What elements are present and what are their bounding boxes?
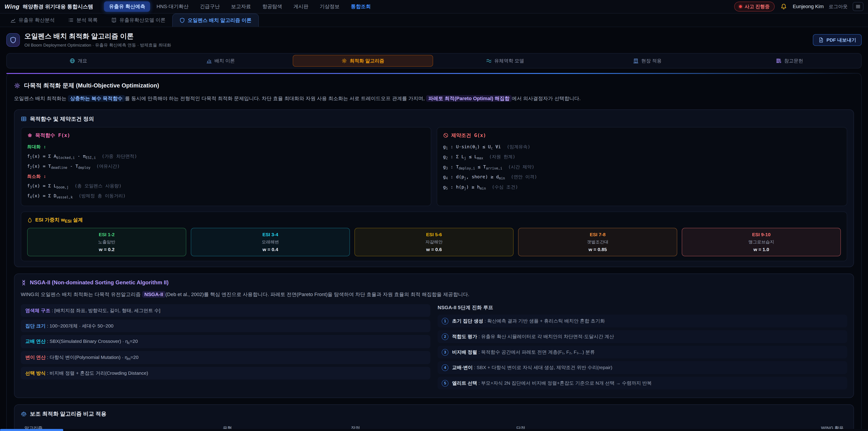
scale-icon (21, 411, 27, 417)
pdf-doc-icon (818, 37, 824, 43)
nav-item-aerial-search[interactable]: 항공탐색 (257, 1, 287, 12)
constraint-formula: g2 : Σ Lj ≤ Lmax (자원 한계) (443, 152, 841, 162)
section-tab-label: 최적화 알고리즘 (350, 58, 384, 64)
objective-formula: f2(x) = Tdeadline - Tdeploy (여유시간) (27, 161, 425, 172)
constraint-formula: g1 : U·sin(θi) ≤ Uc ∀i (임계유속) (443, 142, 841, 152)
nsga-loop-step: 5 엘리트 선택 : 부모+자식 2N 집단에서 비지배 정렬+혼잡도 기준으로… (438, 377, 847, 390)
tab-label: 유출유확산모델 이론 (119, 17, 165, 24)
minimize-label: 최소화 : (27, 172, 425, 181)
step-number-badge: 1 (442, 318, 448, 325)
step-number-badge: 3 (442, 349, 448, 356)
app-title: 해양환경 위기대응 통합시스템 (23, 3, 93, 10)
nav-item-board[interactable]: 게시판 (288, 1, 313, 12)
nsga-loop-step: 1 초기 집단 생성 : 확산예측 결과 기반 샘플 + 휴리스틱 배치안 혼합… (438, 315, 847, 328)
app-logo: Wing (4, 3, 20, 10)
esi-box-7-8: ESI 7-8 갯벌조간대 w = 0.85 (518, 228, 677, 256)
flower-icon (27, 133, 33, 138)
objective-formula: f3(x) = Σ Lboom,j (총 오일펜스 사용량) (27, 181, 425, 191)
top-nav: Wing 해양환경 위기대응 통합시스템 유출유 확산예측 HNS·대기확산 긴… (0, 0, 868, 13)
incident-badge-label: 사고 진행중 (745, 3, 770, 10)
alert-dot-icon (739, 5, 742, 8)
tab-analysis-list[interactable]: 분석 목록 (61, 13, 104, 27)
droplet-icon (27, 217, 33, 223)
section-tab-label: 참고문헌 (784, 58, 803, 64)
tab-label: 유출유 확산분석 (19, 17, 55, 24)
section-tab-deployment-theory[interactable]: 배치 이론 (150, 55, 291, 67)
nsga-intro: WING의 오일펜스 배치 최적화는 다목적 유전알고리즘 NSGA-II(De… (21, 290, 847, 299)
section-tab-hydrodynamic-model[interactable]: 유체역학 모델 (435, 55, 575, 67)
nsga-param-row: 교배 연산 : SBX(Simulated Binary Crossover) … (21, 335, 430, 348)
notifications-button[interactable] (780, 2, 788, 11)
section-tab-references[interactable]: 참고문헌 (719, 55, 860, 67)
nsga-parameters: 염색체 구조 : [배치지점 좌표, 방향각도, 길이, 형태, 세그먼트 수]… (21, 304, 430, 392)
step-number-badge: 4 (442, 364, 448, 371)
objective-panel-title: 목적함수 F(x) (27, 132, 425, 139)
content-panel: 다목적 최적화 문제 (Multi-Objective Optimization… (6, 73, 862, 431)
tab-boom-algorithm-theory[interactable]: 오일펜스 배치 알고리즘 이론 (172, 13, 258, 27)
list-icon (68, 18, 74, 23)
esi-weights-panel: ESI 가중치 wESI 설계 ESI 1-2 노출암반 w = 0.2 ESI… (21, 212, 847, 261)
section-heading-text: 다목적 최적화 문제 (Multi-Objective Optimization… (24, 82, 159, 90)
section-tab-label: 현장 적용 (641, 58, 662, 64)
pdf-export-label: PDF 내보내기 (827, 37, 856, 43)
card-title: 목적함수 및 제약조건 정의 (21, 115, 847, 123)
esi-box-1-2: ESI 1-2 노출암반 w = 0.2 (27, 228, 186, 256)
incident-status-badge[interactable]: 사고 진행중 (734, 2, 775, 11)
tab-label: 오일펜스 배치 알고리즘 이론 (188, 17, 251, 24)
nsga-loop-step: 3 비지배 정렬 : 목적함수 공간에서 파레토 전면 계층(F₁, F₂, F… (438, 346, 847, 359)
nsga-param-row: 변이 연산 : 다항식 변이(Polynomial Mutation) · ηm… (21, 351, 430, 364)
esi-box-5-6: ESI 5-6 자갈해안 w = 0.6 (354, 228, 514, 256)
constraint-formula: g4 : d(pj, shore) ≥ dmin (연안 이격) (443, 172, 841, 182)
nav-right: 사고 진행중 Eunjeong Kim 로그아웃 (734, 2, 864, 11)
page-title-block: 오일펜스 배치 최적화 알고리즘 이론 Oil Boom Deployment … (24, 32, 171, 48)
logout-link[interactable]: 로그아웃 (829, 3, 848, 10)
section-tab-label: 배치 이론 (215, 58, 235, 64)
nsga-card: NSGA-II (Non-dominated Sorting Genetic A… (14, 274, 854, 398)
nsga-card-title: NSGA-II (Non-dominated Sorting Genetic A… (21, 279, 847, 286)
book-icon (111, 18, 117, 23)
nav-item-integrated-search[interactable]: 통합조회 (346, 1, 376, 12)
wave-icon (486, 58, 492, 63)
section-tab-optimization-algorithm[interactable]: 최적화 알고리즘 (293, 55, 433, 67)
nav-item-oil-spill-prediction[interactable]: 유출유 확산예측 (104, 1, 150, 12)
pdf-export-button[interactable]: PDF 내보내기 (813, 34, 862, 46)
tab-spill-model-theory[interactable]: 유출유확산모델 이론 (104, 13, 172, 27)
section-tab-field-application[interactable]: 현장 적용 (577, 55, 717, 67)
ban-icon (443, 133, 448, 138)
nav-item-emergency-rescue[interactable]: 긴급구난 (195, 1, 225, 12)
nav-item-hns-dispersion[interactable]: HNS·대기확산 (151, 1, 193, 12)
hamburger-menu-button[interactable] (852, 2, 864, 11)
nav-item-weather[interactable]: 기상정보 (315, 1, 344, 12)
chart-icon (10, 18, 16, 23)
esi-box-3-4: ESI 3-4 모래해변 w = 0.4 (191, 228, 350, 256)
bell-icon (780, 3, 787, 10)
nav-item-reports[interactable]: 보고자료 (226, 1, 256, 12)
comparison-card-title: 보조 최적화 알고리즘 비교 적용 (21, 410, 847, 418)
tab-spill-analysis[interactable]: 유출유 확산분석 (4, 13, 61, 27)
nsga-evolution-loop: NSGA-II 5단계 진화 루프 1 초기 집단 생성 : 확산예측 결과 기… (438, 304, 847, 392)
esi-box-9-10: ESI 9-10 맹그로브습지 w = 1.0 (682, 228, 841, 256)
books-icon (776, 58, 781, 63)
section-tab-overview[interactable]: 개요 (8, 55, 149, 67)
building-icon (633, 58, 639, 63)
constraints-panel: 제약조건 G(x) g1 : U·sin(θi) ≤ Uc ∀i (임계유속) … (437, 127, 847, 206)
maximize-label: 최대화 : (27, 142, 425, 151)
esi-weight-row: ESI 1-2 노출암반 w = 0.2 ESI 3-4 모래해변 w = 0.… (27, 228, 841, 256)
tab-label: 분석 목록 (76, 17, 98, 24)
nsga-param-row: 염색체 구조 : [배치지점 좌표, 방향각도, 길이, 형태, 세그먼트 수] (21, 304, 430, 317)
objective-formula: f1(x) = Σ Ablocked,i · πESI,i (가중 차단면적) (27, 151, 425, 162)
globe-icon (70, 58, 75, 63)
nsga-grid: 염색체 구조 : [배치지점 좌표, 방향각도, 길이, 형태, 세그먼트 수]… (21, 304, 847, 392)
main-nav: 유출유 확산예측 HNS·대기확산 긴급구난 보고자료 항공탐색 게시판 기상정… (104, 1, 376, 12)
page-shield-icon (6, 33, 20, 47)
page-subtitle: Oil Boom Deployment Optimization · 유출유 확… (24, 42, 171, 48)
step-number-badge: 5 (442, 380, 448, 387)
bars-icon (206, 58, 212, 63)
horizontal-scrollbar-thumb[interactable] (0, 429, 63, 431)
section-tab-label: 개요 (78, 58, 87, 64)
objective-formula: f4(x) = Σ Dvessel,k (방제정 총 이동거리) (27, 191, 425, 201)
user-name: Eunjeong Kim (793, 4, 824, 9)
app-root: Wing 해양환경 위기대응 통합시스템 유출유 확산예측 HNS·대기확산 긴… (0, 0, 868, 431)
constraints-panel-title: 제약조건 G(x) (443, 132, 841, 139)
constraint-formula: g5 : h(pj) ≥ hmin (수심 조건) (443, 182, 841, 192)
